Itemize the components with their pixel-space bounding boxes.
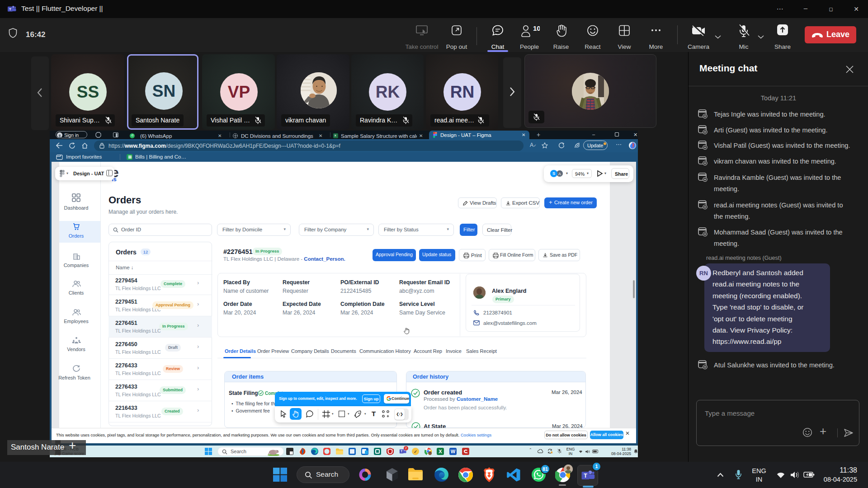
svg-text:T: T xyxy=(401,450,402,453)
svg-text:T: T xyxy=(584,473,587,479)
